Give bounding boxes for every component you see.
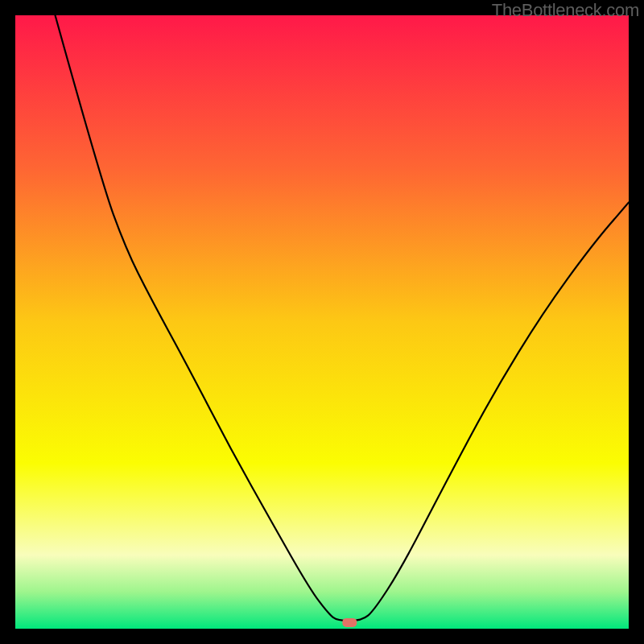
watermark-text: TheBottleneck.com bbox=[492, 0, 639, 21]
chart-frame: TheBottleneck.com bbox=[0, 0, 644, 644]
chart-background bbox=[15, 15, 629, 629]
plot-area bbox=[15, 15, 629, 629]
chart-svg bbox=[15, 15, 629, 629]
marker-point bbox=[342, 618, 357, 627]
